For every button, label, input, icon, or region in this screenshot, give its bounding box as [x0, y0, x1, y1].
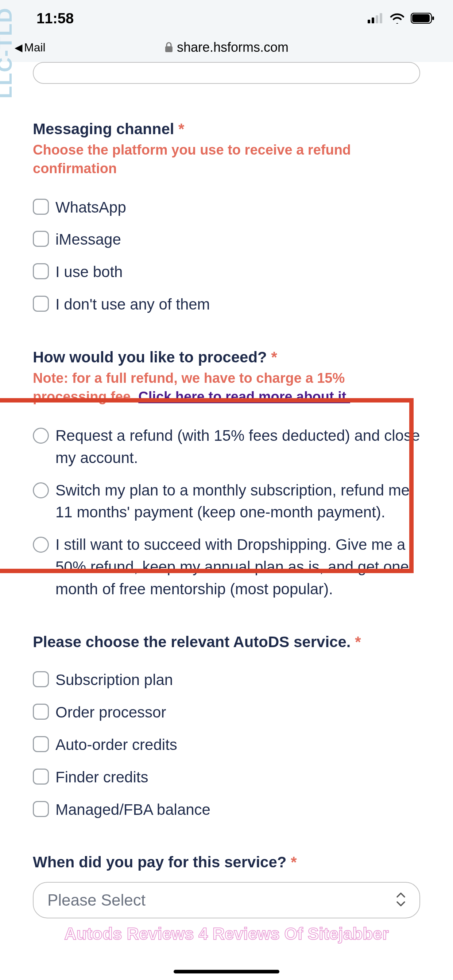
status-time: 11:58 — [37, 10, 74, 27]
option-label: Managed/FBA balance — [56, 799, 420, 821]
checkbox-icon — [33, 801, 49, 817]
option-label: Subscription plan — [56, 669, 420, 691]
q3-options: Subscription plan Order processor Auto-o… — [33, 669, 420, 821]
back-label: Mail — [24, 41, 46, 54]
svg-rect-2 — [376, 15, 378, 23]
q3-option-subscription[interactable]: Subscription plan — [33, 669, 420, 691]
q2-hint: Note: for a full refund, we have to char… — [33, 369, 420, 407]
checkbox-icon — [33, 704, 49, 720]
q3-option-fba-balance[interactable]: Managed/FBA balance — [33, 799, 420, 821]
q1-options: WhatsApp iMessage I use both I don't use… — [33, 197, 420, 316]
question-messaging-channel: Messaging channel * Choose the platform … — [33, 120, 420, 316]
svg-rect-6 — [432, 16, 434, 20]
q4-label: When did you pay for this service? * — [33, 853, 420, 871]
option-label: Order processor — [56, 702, 420, 724]
question-proceed: How would you like to proceed? * Note: f… — [33, 348, 420, 600]
option-label: WhatsApp — [56, 197, 420, 219]
q4-select[interactable]: Please Select — [33, 882, 420, 918]
required-asterisk: * — [271, 348, 277, 366]
q2-options: Request a refund (with 15% fees deducted… — [33, 425, 420, 600]
radio-icon — [33, 428, 49, 444]
q1-option-none[interactable]: I don't use any of them — [33, 293, 420, 316]
q1-option-imessage[interactable]: iMessage — [33, 229, 420, 251]
required-asterisk: * — [291, 853, 297, 870]
q2-option-monthly[interactable]: Switch my plan to a monthly subscription… — [33, 479, 420, 524]
battery-icon — [411, 13, 435, 24]
q2-option-mentorship[interactable]: I still want to succeed with Dropshippin… — [33, 534, 420, 600]
checkbox-icon — [33, 768, 49, 784]
q3-label: Please choose the relevant AutoDS servic… — [33, 633, 420, 651]
option-label: I use both — [56, 261, 420, 283]
lock-icon — [164, 42, 173, 53]
previous-field-partial[interactable] — [33, 62, 420, 84]
select-placeholder: Please Select — [48, 891, 145, 909]
address-bar[interactable]: share.hsforms.com — [164, 40, 289, 55]
checkbox-icon — [33, 736, 49, 752]
checkbox-icon — [33, 199, 49, 215]
option-label: Auto-order credits — [56, 734, 420, 756]
option-label: Switch my plan to a monthly subscription… — [56, 479, 420, 524]
q3-option-auto-credits[interactable]: Auto-order credits — [33, 734, 420, 756]
checkbox-icon — [33, 296, 49, 312]
q1-option-whatsapp[interactable]: WhatsApp — [33, 197, 420, 219]
option-label: I still want to succeed with Dropshippin… — [56, 534, 420, 600]
q1-label: Messaging channel * — [33, 120, 420, 138]
form-content: Messaging channel * Choose the platform … — [0, 62, 453, 918]
q1-hint: Choose the platform you use to receive a… — [33, 141, 420, 178]
svg-rect-0 — [368, 20, 370, 23]
q3-option-finder-credits[interactable]: Finder credits — [33, 766, 420, 789]
question-service: Please choose the relevant AutoDS servic… — [33, 633, 420, 821]
svg-rect-7 — [165, 46, 172, 52]
question-when-pay: When did you pay for this service? * Ple… — [33, 853, 420, 918]
q1-option-both[interactable]: I use both — [33, 261, 420, 283]
checkbox-icon — [33, 671, 49, 687]
option-label: iMessage — [56, 229, 420, 251]
q3-option-order-processor[interactable]: Order processor — [33, 702, 420, 724]
svg-rect-1 — [372, 18, 374, 23]
back-to-mail[interactable]: ◀ Mail — [14, 41, 46, 54]
ios-status-bar: 11:58 — [0, 0, 453, 37]
checkbox-icon — [33, 263, 49, 279]
radio-icon — [33, 537, 49, 553]
cellular-icon — [368, 13, 384, 23]
radio-icon — [33, 482, 49, 498]
svg-rect-3 — [380, 13, 382, 23]
q2-option-refund-close[interactable]: Request a refund (with 15% fees deducted… — [33, 425, 420, 469]
browser-nav-row: ◀ Mail share.hsforms.com — [0, 37, 453, 62]
required-asterisk: * — [179, 120, 184, 137]
bottom-watermark: Autods Reviews 4 Reviews Of Sitejabber — [64, 924, 389, 943]
svg-rect-5 — [412, 14, 430, 22]
select-chevron-icon — [396, 892, 406, 908]
required-asterisk: * — [355, 633, 361, 651]
home-indicator[interactable] — [174, 970, 279, 974]
status-icons — [368, 13, 435, 24]
wifi-icon — [389, 13, 405, 24]
option-label: I don't use any of them — [56, 293, 420, 316]
option-label: Finder credits — [56, 766, 420, 789]
q2-label: How would you like to proceed? * — [33, 348, 420, 366]
option-label: Request a refund (with 15% fees deducted… — [56, 425, 420, 469]
checkbox-icon — [33, 231, 49, 247]
q2-hint-link[interactable]: Click here to read more about it. — [138, 389, 350, 404]
url-text: share.hsforms.com — [177, 40, 289, 55]
